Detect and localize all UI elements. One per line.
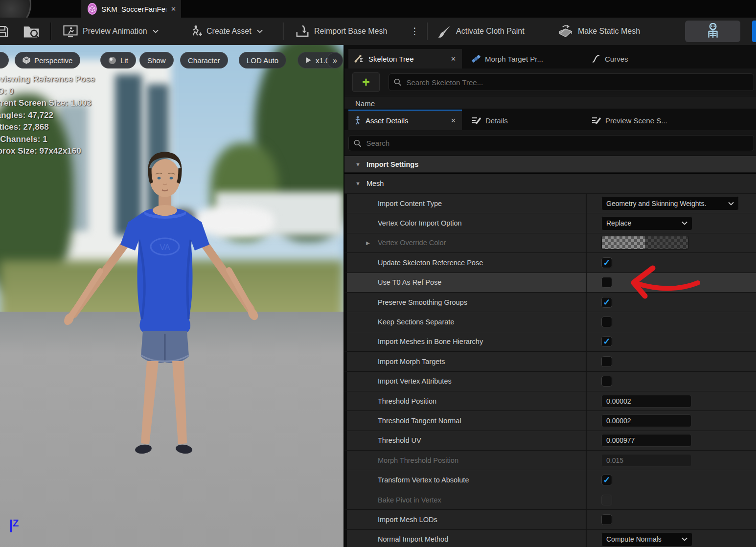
category-import-settings[interactable]: ▼ Import Settings <box>344 156 756 172</box>
lit-button[interactable]: Lit <box>100 52 136 68</box>
checkbox-unchecked[interactable] <box>601 376 612 387</box>
property-label: Use T0 As Ref Pose <box>378 278 441 286</box>
reimport-base-mesh-label: Reimport Base Mesh <box>314 27 387 36</box>
checkbox-checked[interactable]: ✓ <box>601 475 612 485</box>
asset-editor-tab[interactable]: SKM_SoccerFanFemale... ✕ <box>81 0 181 18</box>
checkbox-unchecked[interactable] <box>601 495 612 505</box>
reimport-icon <box>295 24 310 39</box>
tab-asset-details[interactable]: Asset Details ✕ <box>348 110 462 130</box>
preview-animation-button[interactable]: Preview Animation <box>63 18 159 45</box>
property-row-normal-import-method[interactable]: Normal Import MethodCompute Normals <box>344 530 756 547</box>
property-row-transform-vertex-to-absolute[interactable]: Transform Vertex to Absolute✓ <box>344 470 756 490</box>
property-label: Transform Vertex to Absolute <box>378 476 469 484</box>
number-input-threshold-uv[interactable] <box>601 434 691 447</box>
property-row-use-t0-as-ref-pose[interactable]: Use T0 As Ref Pose <box>344 273 756 293</box>
clipped-blue-button[interactable] <box>752 21 756 42</box>
dropdown-vertex-color-import-option[interactable]: Replace <box>601 216 692 230</box>
viewport-toolbar-expand-button[interactable]: » <box>327 52 343 68</box>
perspective-button[interactable]: Perspective <box>15 52 80 68</box>
dropdown-value: Compute Normals <box>606 535 662 543</box>
preview-viewport[interactable]: VA Perspective Lit Show Character <box>0 45 344 547</box>
chevron-expanded-icon: ▼ <box>355 181 361 186</box>
toolbar-divider <box>50 23 51 40</box>
lod-auto-button[interactable]: LOD Auto <box>239 52 286 68</box>
property-row-keep-sections-separate[interactable]: Keep Sections Separate <box>344 312 756 332</box>
chevron-down-icon <box>728 202 734 205</box>
dropdown-normal-import-method[interactable]: Compute Normals <box>601 532 692 547</box>
skeleton-search-input[interactable] <box>405 78 749 87</box>
plus-icon: + <box>362 75 370 90</box>
shirt-logo-text: VA <box>160 243 170 252</box>
character-label: Character <box>188 56 220 65</box>
checkbox-checked[interactable]: ✓ <box>601 297 612 308</box>
save-button[interactable] <box>0 18 10 45</box>
property-row-threshold-position[interactable]: Threshold Position <box>344 391 756 411</box>
tab-morph-target-preview[interactable]: Morph Target Pr... <box>466 49 549 68</box>
reimport-base-mesh-button[interactable]: Reimport Base Mesh <box>295 18 387 45</box>
checkbox-checked[interactable]: ✓ <box>601 257 612 268</box>
create-asset-label: Create Asset <box>206 27 252 36</box>
property-row-import-mesh-lods[interactable]: Import Mesh LODs <box>344 510 756 529</box>
details-search[interactable] <box>348 135 754 151</box>
checkbox-unchecked[interactable] <box>601 317 612 327</box>
number-input-morph-threshold-position[interactable] <box>601 454 691 467</box>
close-icon[interactable]: ✕ <box>451 117 456 124</box>
property-row-import-vertex-attributes[interactable]: Import Vertex Attributes <box>344 372 756 391</box>
make-static-mesh-button[interactable]: Make Static Mesh <box>558 18 640 45</box>
tab-details[interactable]: Details <box>466 111 514 130</box>
checkbox-checked[interactable]: ✓ <box>601 336 612 347</box>
property-label: Import Mesh LODs <box>378 516 437 524</box>
show-button[interactable]: Show <box>139 52 174 68</box>
property-row-bake-pivot-in-vertex[interactable]: Bake Pivot in Vertex <box>344 490 756 510</box>
activate-cloth-paint-button[interactable]: Activate Cloth Paint <box>437 18 525 45</box>
property-row-import-morph-targets[interactable]: Import Morph Targets <box>344 352 756 371</box>
property-label: Threshold Tangent Normal <box>378 417 461 425</box>
chevron-down-icon <box>153 29 159 33</box>
tab-preview-scene-settings[interactable]: Preview Scene S... <box>586 111 673 130</box>
dropdown-import-content-type[interactable]: Geometry and Skinning Weights. <box>601 196 739 210</box>
property-label: Vertex Color Import Option <box>378 219 462 227</box>
property-row-import-meshes-in-bone-hierarchy[interactable]: Import Meshes in Bone Hierarchy✓ <box>344 332 756 352</box>
close-icon[interactable]: ✕ <box>171 5 176 13</box>
checkbox-unchecked[interactable] <box>601 514 612 525</box>
browse-to-asset-button[interactable] <box>23 18 40 45</box>
property-label: Threshold Position <box>378 397 436 405</box>
property-label: Import Meshes in Bone Hierarchy <box>378 338 483 345</box>
property-row-vertex-override-color[interactable]: ▶Vertex Override Color <box>344 233 756 253</box>
category-mesh[interactable]: ▼ Mesh <box>344 173 756 193</box>
skeleton-search[interactable] <box>389 73 754 91</box>
preview-scene-pencil-icon <box>592 116 601 125</box>
checkbox-unchecked[interactable] <box>601 277 612 288</box>
character-button[interactable]: Character <box>180 52 228 68</box>
property-row-vertex-color-import-option[interactable]: Vertex Color Import OptionReplace <box>344 213 756 233</box>
kebab-menu-icon[interactable]: ⋮ <box>410 25 419 37</box>
skeleton-toggle-button[interactable] <box>685 21 740 42</box>
create-asset-button[interactable]: Create Asset <box>188 18 263 45</box>
add-bone-button[interactable]: + <box>352 72 380 92</box>
skeletal-mesh-asset-icon <box>88 3 97 15</box>
search-icon <box>394 78 401 86</box>
property-row-threshold-uv[interactable]: Threshold UV <box>344 431 756 451</box>
tab-curves[interactable]: Curves <box>586 49 634 68</box>
close-icon[interactable]: ✕ <box>451 55 456 63</box>
search-icon <box>354 139 361 147</box>
tab-skeleton-tree[interactable]: Skeleton Tree ✕ <box>348 49 462 68</box>
lit-sphere-icon <box>108 56 116 65</box>
play-icon <box>305 57 312 64</box>
property-row-import-content-type[interactable]: Import Content TypeGeometry and Skinning… <box>344 194 756 213</box>
checkbox-unchecked[interactable] <box>601 356 612 367</box>
expander-icon[interactable]: ▶ <box>366 240 370 246</box>
color-swatch[interactable] <box>601 236 688 250</box>
number-input-threshold-position[interactable] <box>601 395 691 408</box>
details-pencil-icon <box>472 116 481 125</box>
property-row-morph-threshold-position[interactable]: Morph Threshold Position <box>344 451 756 470</box>
tab-morph-target-label: Morph Target Pr... <box>485 55 543 63</box>
property-row-update-skeleton-reference-pose[interactable]: Update Skeleton Reference Pose✓ <box>344 253 756 273</box>
perspective-label: Perspective <box>34 56 72 65</box>
dropdown-value: Replace <box>606 219 631 227</box>
property-row-preserve-smoothing-groups[interactable]: Preserve Smoothing Groups✓ <box>344 293 756 312</box>
details-search-input[interactable] <box>365 138 749 148</box>
property-row-threshold-tangent-normal[interactable]: Threshold Tangent Normal <box>344 411 756 431</box>
curves-icon <box>592 54 600 63</box>
number-input-threshold-tangent-normal[interactable] <box>601 414 691 427</box>
